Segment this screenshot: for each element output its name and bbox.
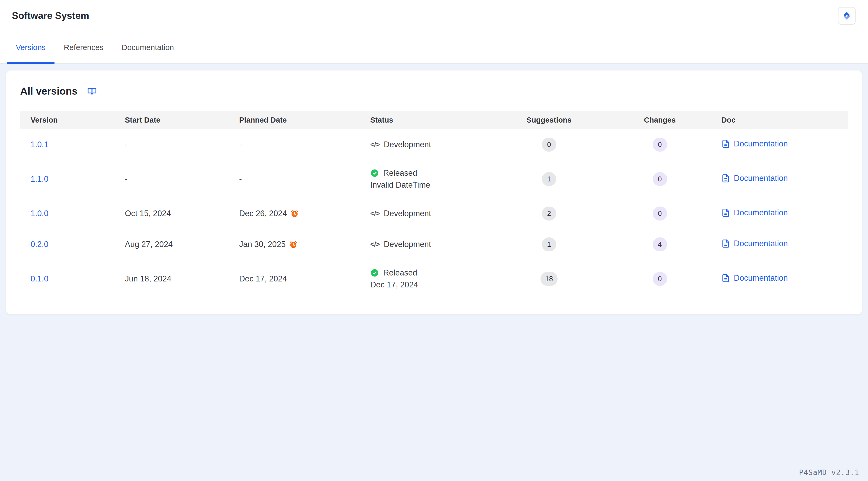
documentation-link-label: Documentation	[734, 239, 788, 248]
released-check-icon	[370, 269, 379, 277]
status-text: Released	[383, 268, 417, 277]
status-cell: </> Development	[360, 229, 490, 260]
start-date: Jun 18, 2024	[125, 274, 171, 283]
table-row: 1.1.0 - - Released Invalid DateTime 1	[20, 160, 848, 198]
status-cell: Released Invalid DateTime	[360, 160, 490, 198]
column-header-start-date: Start Date	[115, 111, 229, 129]
column-header-doc: Doc	[711, 111, 848, 129]
top-bar: Software System	[0, 0, 868, 32]
documentation-link[interactable]: Documentation	[721, 273, 788, 283]
page-title: Software System	[12, 10, 89, 21]
released-check-icon	[370, 169, 379, 178]
document-icon	[721, 239, 730, 248]
document-icon	[721, 208, 730, 217]
changes-badge: 0	[653, 138, 667, 152]
status-text: Development	[384, 240, 431, 249]
documentation-link[interactable]: Documentation	[721, 239, 788, 248]
column-header-changes: Changes	[609, 111, 711, 129]
table-row: 1.0.1 - - </> Development 0 0	[20, 129, 848, 160]
app-version-label: P4SaMD v2.3.1	[799, 468, 859, 477]
status-cell: </> Development	[360, 129, 490, 160]
status-text: Development	[384, 209, 431, 218]
status-cell: </> Development	[360, 198, 490, 229]
all-versions-card: All versions Version Start Date Planned …	[6, 70, 862, 314]
status-text: Released	[383, 169, 417, 178]
version-link[interactable]: 0.2.0	[31, 240, 49, 249]
suggestions-badge: 1	[542, 237, 556, 251]
column-header-suggestions: Suggestions	[490, 111, 609, 129]
version-link[interactable]: 1.0.1	[31, 140, 49, 149]
planned-date: -	[239, 140, 242, 149]
content-area: All versions Version Start Date Planned …	[0, 64, 868, 314]
versions-table: Version Start Date Planned Date Status S…	[20, 111, 848, 298]
overdue-alarm-icon	[289, 240, 298, 248]
changes-badge: 4	[653, 237, 667, 251]
changes-badge: 0	[653, 207, 667, 220]
code-icon: </>	[370, 210, 380, 218]
column-header-version: Version	[20, 111, 115, 129]
planned-date: Dec 26, 2024	[239, 209, 287, 218]
tab-documentation[interactable]: Documentation	[113, 32, 183, 63]
table-row: 0.2.0 Aug 27, 2024 Jan 30, 2025 </> Deve…	[20, 229, 848, 260]
planned-date: Jan 30, 2025	[239, 240, 285, 249]
documentation-link-label: Documentation	[734, 139, 788, 149]
planned-date: Dec 17, 2024	[239, 274, 287, 283]
suggestions-badge: 18	[540, 272, 558, 286]
start-date: Aug 27, 2024	[125, 240, 173, 249]
table-row: 0.1.0 Jun 18, 2024 Dec 17, 2024 Released…	[20, 260, 848, 298]
changes-badge: 0	[653, 272, 667, 286]
suggestions-badge: 1	[542, 172, 556, 186]
card-header: All versions	[20, 86, 848, 97]
status-cell: Released Dec 17, 2024	[360, 260, 490, 298]
column-header-status: Status	[360, 111, 490, 129]
version-link[interactable]: 0.1.0	[31, 274, 49, 283]
status-subtext: Invalid DateTime	[370, 180, 479, 190]
start-date: -	[125, 140, 127, 149]
overdue-alarm-icon	[290, 209, 299, 218]
table-header: Version Start Date Planned Date Status S…	[20, 111, 848, 129]
start-date: Oct 15, 2024	[125, 209, 171, 218]
document-icon	[721, 274, 730, 282]
planned-date: -	[239, 174, 242, 184]
code-icon: </>	[370, 241, 380, 248]
version-link[interactable]: 1.0.0	[31, 209, 49, 218]
documentation-link[interactable]: Documentation	[721, 139, 788, 149]
tab-versions[interactable]: Versions	[7, 32, 55, 63]
start-date: -	[125, 174, 127, 183]
table-row: 1.0.0 Oct 15, 2024 Dec 26, 2024 </> Deve…	[20, 198, 848, 229]
status-subtext: Dec 17, 2024	[370, 280, 479, 290]
column-header-planned-date: Planned Date	[229, 111, 360, 129]
code-icon: </>	[370, 141, 380, 149]
document-icon	[721, 174, 730, 183]
documentation-link-label: Documentation	[734, 208, 788, 217]
versions-docs-button[interactable]	[87, 87, 97, 96]
suggestions-badge: 2	[542, 207, 556, 220]
documentation-link[interactable]: Documentation	[721, 174, 788, 183]
status-text: Development	[384, 140, 431, 149]
documentation-link-label: Documentation	[734, 273, 788, 283]
tab-bar: Versions References Documentation	[0, 32, 868, 64]
documentation-link[interactable]: Documentation	[721, 208, 788, 217]
book-open-icon	[87, 87, 97, 96]
documentation-link-label: Documentation	[734, 174, 788, 183]
jira-icon	[842, 11, 851, 21]
document-icon	[721, 140, 730, 148]
changes-badge: 0	[653, 172, 667, 186]
jira-button[interactable]	[838, 7, 856, 25]
card-title: All versions	[20, 86, 78, 97]
suggestions-badge: 0	[542, 138, 556, 152]
versions-table-body: 1.0.1 - - </> Development 0 0	[20, 129, 848, 298]
version-link[interactable]: 1.1.0	[31, 174, 49, 183]
tab-references[interactable]: References	[55, 32, 113, 63]
